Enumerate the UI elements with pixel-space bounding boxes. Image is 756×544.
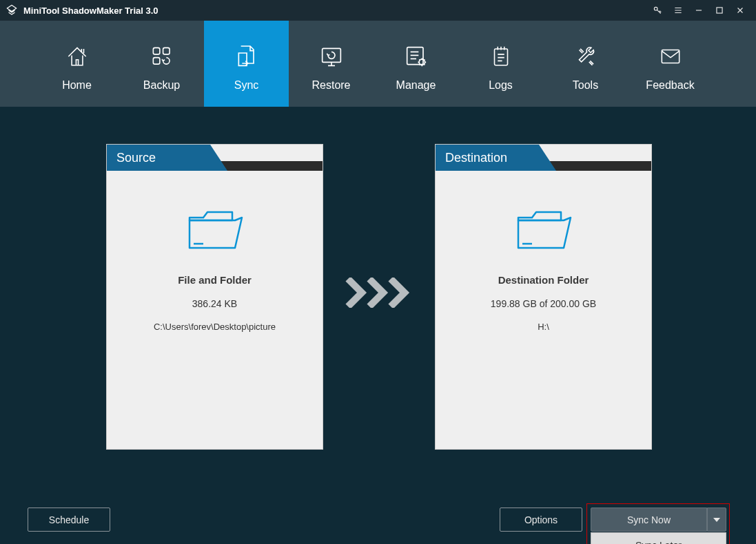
svg-rect-1 [717,8,722,13]
tab-restore[interactable]: Restore [289,21,374,107]
sync-now-button[interactable]: Sync Now [591,508,707,532]
svg-rect-2 [153,48,160,54]
svg-rect-9 [662,50,679,63]
backup-icon [149,36,175,76]
feedback-icon [657,36,684,76]
tab-manage[interactable]: Manage [374,21,458,107]
options-button[interactable]: Options [500,508,582,532]
tab-home-label: Home [62,79,92,92]
folder-icon [185,204,245,255]
tab-backup-label: Backup [143,79,180,92]
tab-logs[interactable]: Logs [458,21,543,107]
destination-size: 199.88 GB of 200.00 GB [436,298,651,309]
tab-logs-label: Logs [489,79,513,92]
tab-tools-label: Tools [573,79,598,92]
svg-rect-4 [153,57,160,64]
svg-rect-3 [163,48,170,54]
destination-header-title: Destination [445,145,507,171]
source-title: File and Folder [107,274,323,286]
destination-header: Destination [436,145,651,171]
folder-icon [514,204,573,255]
title-bar: MiniTool ShadowMaker Trial 3.0 [0,0,756,21]
maximize-icon[interactable] [709,0,730,21]
destination-path: H:\ [436,322,651,332]
tab-restore-label: Restore [311,79,350,92]
source-header-title: Source [116,145,156,171]
svg-point-0 [654,7,657,10]
sync-arrow-icon [345,278,413,308]
menu-icon[interactable] [668,0,688,21]
destination-title: Destination Folder [436,274,651,286]
source-path: C:\Users\forev\Desktop\picture [107,322,323,332]
sync-later-button[interactable]: Sync Later [591,532,726,544]
tab-feedback-label: Feedback [646,79,694,92]
workspace: Source File and Folder 386.24 KB C:\User… [0,107,756,494]
source-header: Source [107,145,323,171]
tab-sync[interactable]: Sync [204,21,289,107]
app-title: MiniTool ShadowMaker Trial 3.0 [23,6,647,16]
source-card[interactable]: Source File and Folder 386.24 KB C:\User… [106,144,323,450]
sync-icon [233,36,260,76]
tab-sync-label: Sync [234,79,259,92]
key-icon[interactable] [647,0,668,21]
tab-manage-label: Manage [396,79,436,92]
tab-feedback[interactable]: Feedback [628,21,713,107]
source-size: 386.24 KB [107,298,323,309]
close-icon[interactable] [730,0,750,21]
tab-tools[interactable]: Tools [543,21,628,107]
footer: Schedule Options Sync Now Sync Later [0,494,756,544]
tab-backup[interactable]: Backup [119,21,204,107]
sync-now-dropdown-arrow[interactable] [707,508,726,532]
home-icon [64,36,90,76]
svg-rect-8 [494,48,507,65]
schedule-button[interactable]: Schedule [28,508,110,532]
tools-icon [573,36,599,76]
main-toolbar: Home Backup Sync Restore Manage Logs Too… [0,21,756,107]
tab-home[interactable]: Home [34,21,119,107]
manage-icon [402,36,430,76]
svg-rect-5 [322,48,340,62]
minimize-icon[interactable] [688,0,709,21]
restore-icon [318,36,345,76]
app-logo-icon [6,4,18,17]
logs-icon [488,36,514,76]
destination-card[interactable]: Destination Destination Folder 199.88 GB… [435,144,652,450]
